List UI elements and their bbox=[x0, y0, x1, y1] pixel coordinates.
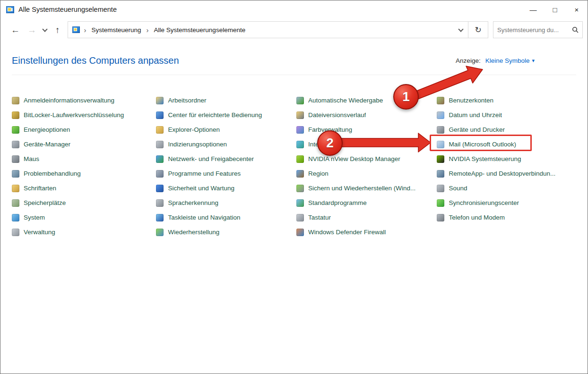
cp-item-label: Datum und Uhrzeit bbox=[449, 111, 502, 119]
back-icon[interactable]: ← bbox=[7, 26, 24, 34]
cp-item-label: Problembehandlung bbox=[24, 170, 81, 177]
cp-item-remoteapp[interactable]: RemoteApp- und Desktopverbindun... bbox=[437, 166, 576, 181]
cp-item-label: RemoteApp- und Desktopverbindun... bbox=[449, 170, 555, 177]
cp-item-label: Verwaltung bbox=[24, 229, 55, 236]
cp-item-credential-manager[interactable]: Anmeldeinformationsverwaltung bbox=[12, 93, 156, 108]
device-manager-icon bbox=[12, 141, 19, 148]
cp-item-fonts[interactable]: Schriftarten bbox=[12, 181, 156, 196]
cp-item-explorer-options[interactable]: Explorer-Optionen bbox=[156, 122, 296, 137]
cp-item-speech-recognition[interactable]: Spracherkennung bbox=[156, 196, 296, 210]
cp-item-nvidia-control-panel[interactable]: NVIDIA Systemsteuerung bbox=[437, 152, 576, 166]
minimize-button[interactable]: — bbox=[522, 0, 544, 18]
close-button[interactable]: × bbox=[566, 0, 588, 18]
system-icon bbox=[12, 214, 19, 221]
control-panel-window: Alle Systemsteuerungselemente — □ × ← → … bbox=[0, 0, 588, 374]
cp-item-user-accounts[interactable]: Benutzerkonten bbox=[437, 93, 576, 108]
cp-item-date-time[interactable]: Datum und Uhrzeit bbox=[437, 108, 576, 122]
address-dropdown-chevron-icon[interactable] bbox=[454, 22, 468, 38]
cp-item-label: Energieoptionen bbox=[24, 126, 70, 133]
items-column-2: ArbeitsordnerCenter für erleichterte Bed… bbox=[156, 93, 296, 239]
forward-icon[interactable]: → bbox=[24, 26, 40, 34]
cp-item-internet-options[interactable]: Internetoptionen bbox=[296, 137, 437, 152]
cp-item-label: Schriftarten bbox=[24, 185, 56, 192]
refresh-icon[interactable]: ↻ bbox=[468, 22, 488, 38]
cp-item-label: Synchronisierungscenter bbox=[449, 199, 519, 206]
view-by-dropdown-icon[interactable]: ▾ bbox=[532, 58, 535, 64]
breadcrumb-separator-icon: › bbox=[142, 26, 153, 34]
cp-item-color-management[interactable]: Farbverwaltung bbox=[296, 122, 437, 137]
maximize-button[interactable]: □ bbox=[544, 0, 566, 18]
cp-item-label: Dateiversionsverlauf bbox=[308, 111, 366, 119]
cp-item-label: Internetoptionen bbox=[308, 141, 355, 148]
cp-item-firewall[interactable]: Windows Defender Firewall bbox=[296, 225, 437, 239]
search-box[interactable] bbox=[493, 21, 583, 38]
main-content: Einstellungen des Computers anpassen Anz… bbox=[0, 41, 588, 239]
sync-center-icon bbox=[437, 199, 444, 207]
cp-item-nvidia-nview[interactable]: NVIDIA nView Desktop Manager bbox=[296, 152, 437, 166]
cp-item-region[interactable]: Region bbox=[296, 166, 437, 181]
remoteapp-icon bbox=[437, 170, 444, 178]
cp-item-power-options[interactable]: Energieoptionen bbox=[12, 122, 156, 137]
cp-item-label: Geräte-Manager bbox=[24, 141, 70, 148]
up-icon[interactable]: ↑ bbox=[52, 26, 64, 34]
cp-item-taskbar-navigation[interactable]: Taskleiste und Navigation bbox=[156, 210, 296, 225]
search-icon bbox=[572, 26, 579, 33]
cp-item-device-manager[interactable]: Geräte-Manager bbox=[12, 137, 156, 152]
cp-item-admin-tools[interactable]: Verwaltung bbox=[12, 225, 156, 239]
cp-item-file-history[interactable]: Dateiversionsverlauf bbox=[296, 108, 437, 122]
cp-item-ease-of-access[interactable]: Center für erleichterte Bedienung bbox=[156, 108, 296, 122]
cp-item-default-programs[interactable]: Standardprogramme bbox=[296, 196, 437, 210]
cp-item-label: Center für erleichterte Bedienung bbox=[168, 111, 262, 119]
cp-item-sync-center[interactable]: Synchronisierungscenter bbox=[437, 196, 576, 210]
cp-item-keyboard[interactable]: Tastatur bbox=[296, 210, 437, 225]
items-column-1: AnmeldeinformationsverwaltungBitLocker-L… bbox=[12, 93, 156, 239]
cp-item-indexing-options[interactable]: Indizierungsoptionen bbox=[156, 137, 296, 152]
cp-item-mouse[interactable]: Maus bbox=[12, 152, 156, 166]
user-accounts-icon bbox=[437, 97, 444, 104]
cp-item-work-folders[interactable]: Arbeitsordner bbox=[156, 93, 296, 108]
fonts-icon bbox=[12, 185, 19, 192]
recent-pages-chevron-icon[interactable] bbox=[42, 26, 47, 32]
ease-of-access-icon bbox=[156, 111, 164, 119]
cp-item-backup-restore[interactable]: Sichern und Wiederherstellen (Wind... bbox=[296, 181, 437, 196]
cp-item-bitlocker[interactable]: BitLocker-Laufwerkverschlüsselung bbox=[12, 108, 156, 122]
nvidia-control-panel-icon bbox=[437, 155, 444, 163]
cp-item-storage-spaces[interactable]: Speicherplätze bbox=[12, 196, 156, 210]
items-column-4: BenutzerkontenDatum und UhrzeitGeräte un… bbox=[437, 93, 576, 239]
cp-item-network-sharing[interactable]: Netzwerk- und Freigabecenter bbox=[156, 152, 296, 166]
cp-item-label: Maus bbox=[24, 155, 39, 162]
cp-item-sound[interactable]: Sound bbox=[437, 181, 576, 196]
cp-item-security-maintenance[interactable]: Sicherheit und Wartung bbox=[156, 181, 296, 196]
sound-icon bbox=[437, 185, 444, 192]
date-time-icon bbox=[437, 111, 444, 119]
breadcrumb-systemsteuerung[interactable]: Systemsteuerung bbox=[91, 23, 142, 37]
taskbar-navigation-icon bbox=[156, 214, 164, 221]
mail-icon bbox=[437, 141, 444, 148]
search-input[interactable] bbox=[497, 26, 572, 34]
cp-item-label: Telefon und Modem bbox=[449, 214, 505, 221]
cp-item-label: Geräte und Drucker bbox=[449, 126, 505, 133]
navigation-bar: ← → ↑ › Systemsteuerung › Alle Systemste… bbox=[0, 18, 588, 41]
cp-item-autoplay[interactable]: Automatische Wiedergabe bbox=[296, 93, 437, 108]
cp-item-devices-printers[interactable]: Geräte und Drucker bbox=[437, 122, 576, 137]
backup-restore-icon bbox=[296, 185, 304, 192]
window-title: Alle Systemsteuerungselemente bbox=[18, 6, 117, 13]
cp-item-system[interactable]: System bbox=[12, 210, 156, 225]
bitlocker-icon bbox=[12, 111, 19, 119]
cp-item-phone-modem[interactable]: Telefon und Modem bbox=[437, 210, 576, 225]
cp-item-label: BitLocker-Laufwerkverschlüsselung bbox=[24, 111, 124, 119]
cp-item-troubleshooting[interactable]: Problembehandlung bbox=[12, 166, 156, 181]
cp-item-label: Programme und Features bbox=[168, 170, 241, 177]
address-bar[interactable]: › Systemsteuerung › Alle Systemsteuerung… bbox=[68, 21, 489, 38]
cp-item-recovery[interactable]: Wiederherstellung bbox=[156, 225, 296, 239]
speech-recognition-icon bbox=[156, 199, 164, 207]
breadcrumb-alle-systemsteuerungselemente[interactable]: Alle Systemsteuerungselemente bbox=[153, 23, 247, 37]
power-options-icon bbox=[12, 126, 19, 134]
cp-item-programs-features[interactable]: Programme und Features bbox=[156, 166, 296, 181]
window-controls: — □ × bbox=[522, 0, 588, 18]
admin-tools-icon bbox=[12, 229, 19, 236]
explorer-options-icon bbox=[156, 126, 164, 134]
cp-item-mail[interactable]: Mail (Microsoft Outlook) bbox=[437, 137, 576, 152]
view-by-value[interactable]: Kleine Symbole bbox=[485, 57, 530, 64]
cp-item-label: Wiederherstellung bbox=[168, 229, 219, 236]
